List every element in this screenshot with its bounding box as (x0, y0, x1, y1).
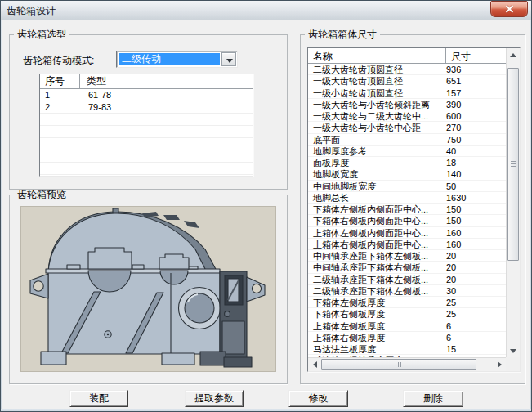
row-size-cell: 1630 (440, 192, 506, 203)
table-row[interactable]: 面板厚度 18 (308, 157, 506, 168)
row-name-cell: 中间轴承座距下箱体左侧板... (308, 250, 440, 261)
table-row[interactable]: 上箱体左侧板厚度 6 (308, 320, 506, 332)
scroll-up-button[interactable] (507, 48, 520, 61)
vertical-scrollbar-thumb[interactable] (507, 68, 519, 261)
combo-dropdown-button[interactable] (221, 52, 236, 66)
table-row[interactable]: 马达法兰板厚度 15 (308, 343, 506, 355)
column-header-type[interactable]: 类型 (80, 74, 253, 88)
modify-button[interactable]: 修改 (288, 390, 348, 407)
table-row[interactable]: 上箱体右侧板厚度 6 (308, 332, 506, 343)
table-row-empty (40, 163, 253, 175)
table-row[interactable]: 二级轴承座距下箱体左侧板... 20 (308, 274, 506, 285)
table-row[interactable]: 二级大齿轮齿顶圆直径 936 (308, 64, 506, 75)
table-row-empty (40, 126, 253, 138)
row-size-cell: 30 (440, 285, 506, 296)
type-table-empty-rows (40, 114, 253, 175)
window-title: 齿轮箱设计 (7, 4, 56, 18)
row-size-cell: 15 (440, 343, 506, 354)
table-row[interactable]: 一级大齿轮齿顶圆直径 651 (308, 75, 506, 87)
table-row[interactable]: 上箱体左侧板内侧面距中心... 160 (308, 227, 506, 239)
dialog-gearbox-design: 齿轮箱设计 齿轮箱选型 齿轮箱传动模式: 二级传动 序号 类型 1 (0, 0, 532, 412)
vertical-scrollbar[interactable] (506, 48, 520, 357)
row-name-cell: 底平面 (308, 134, 440, 145)
titlebar[interactable]: 齿轮箱设计 (0, 0, 532, 20)
extract-params-button[interactable]: 提取参数 (185, 390, 244, 407)
assemble-button[interactable]: 装配 (69, 390, 128, 407)
table-row[interactable]: 地脚厚度参考 40 (308, 146, 506, 157)
table-row[interactable]: 一级小齿轮齿顶圆直径 157 (308, 87, 506, 99)
row-name-cell: 马达法兰板厚度 (308, 343, 440, 354)
row-size-cell: 150 (440, 215, 506, 226)
transmission-mode-value: 二级传动 (119, 53, 220, 65)
row-name-cell: 二级轴承座距下箱体左侧板... (308, 285, 440, 296)
dimensions-table-rows: 二级大齿轮齿顶圆直径 936 一级大齿轮齿顶圆直径 651 一级小齿轮齿顶圆直径… (308, 64, 506, 357)
row-size-cell: 6 (440, 332, 506, 343)
table-row[interactable]: 下箱体右侧板厚度 25 (308, 308, 506, 320)
arrow-left-icon (313, 361, 317, 368)
scroll-right-button[interactable] (493, 358, 506, 371)
row-name-cell: 下箱体左侧板内侧面距中心... (308, 204, 440, 214)
column-header-size[interactable]: 尺寸 (451, 50, 471, 64)
row-size-cell: 20 (440, 262, 506, 272)
type-table: 序号 类型 1 61-78 2 79-83 (39, 74, 253, 177)
row-name-cell: 一级大齿轮与二级大齿轮中... (308, 110, 440, 121)
row-name-cell: 面板厚度 (308, 157, 440, 168)
row-size-cell: 140 (440, 168, 506, 179)
row-size-cell: 20 (440, 250, 506, 261)
table-row[interactable]: 下箱体左侧板厚度 25 (308, 297, 506, 308)
table-row[interactable]: 地脚板宽度 140 (308, 168, 506, 180)
row-size-cell: 40 (440, 146, 506, 156)
table-row[interactable]: 中间轴承座距下箱体右侧板... 20 (308, 262, 506, 273)
table-row[interactable]: 2 79-83 (40, 101, 253, 114)
row-name-cell: 下箱体右侧板内侧面距中心... (308, 215, 440, 226)
table-row-empty (40, 114, 253, 126)
gearbox-preview-image (20, 206, 276, 372)
row-name-cell: 地脚厚度参考 (308, 146, 440, 156)
scrollbar-corner (506, 357, 520, 371)
row-size-cell: 160 (440, 227, 506, 238)
row-name-cell: 上箱体右侧板内侧面距中心... (308, 239, 440, 249)
delete-button[interactable]: 删除 (403, 390, 463, 407)
row-size-cell: 390 (440, 99, 506, 110)
row-size-cell: 25 (440, 297, 506, 307)
close-icon (505, 2, 514, 16)
table-row-empty (40, 150, 253, 163)
horizontal-scrollbar-thumb[interactable] (321, 359, 476, 370)
scroll-down-button[interactable] (507, 344, 520, 357)
row-size-cell: 750 (440, 134, 506, 145)
window-frame-left (0, 20, 2, 412)
column-header-name[interactable]: 名称 (313, 50, 333, 64)
scroll-left-button[interactable] (308, 358, 321, 371)
table-row[interactable]: 一级大齿轮与二级大齿轮中... 600 (308, 110, 506, 122)
row-size-cell: 270 (440, 122, 506, 132)
row-size-cell: 18 (440, 157, 506, 168)
row-name-cell: 下箱体右侧板厚度 (308, 308, 440, 319)
table-row[interactable]: 上箱体右侧板内侧面距中心... 160 (308, 239, 506, 250)
table-row[interactable]: 下箱体左侧板内侧面距中心... 150 (308, 204, 506, 215)
row-name-cell: 二级轴承座距下箱体左侧板... (308, 274, 440, 284)
row-name-cell: 上箱体左侧板厚度 (308, 320, 440, 331)
table-row[interactable]: 中间轴承座距下箱体左侧板... 20 (308, 250, 506, 262)
table-row[interactable]: 一级大齿轮与小齿轮中心距 270 (308, 122, 506, 133)
table-row[interactable]: 二级轴承座距下箱体左侧板... 30 (308, 285, 506, 297)
horizontal-scrollbar[interactable] (308, 357, 506, 371)
group-gearbox-dimensions-title: 齿轮箱箱体尺寸 (305, 28, 380, 42)
row-name-cell: 一级小齿轮齿顶圆直径 (308, 87, 440, 98)
table-row[interactable]: 下箱体右侧板内侧面距中心... 150 (308, 215, 506, 226)
table-row[interactable]: 1 61-78 (40, 89, 253, 101)
type-table-rows: 1 61-78 2 79-83 (40, 89, 253, 114)
gearbox-3d-model-icon (21, 207, 276, 372)
row-size-cell: 150 (440, 204, 506, 214)
arrow-down-icon (510, 349, 516, 353)
close-button[interactable] (490, 1, 528, 17)
row-name-cell: 地脚总长 (308, 192, 440, 203)
table-row[interactable]: 一级大齿轮与小齿轮倾斜距离 390 (308, 99, 506, 110)
transmission-mode-combo[interactable]: 二级传动 (116, 51, 238, 68)
column-header-index[interactable]: 序号 (40, 74, 80, 88)
window-frame-bottom (0, 409, 532, 412)
table-row[interactable]: 中间地脚板宽度 50 (308, 181, 506, 192)
dimensions-table-header: 名称 尺寸 (308, 48, 506, 64)
table-row[interactable]: 地脚总长 1630 (308, 192, 506, 204)
row-name-cell: 一级大齿轮齿顶圆直径 (308, 75, 440, 86)
table-row[interactable]: 底平面 750 (308, 134, 506, 146)
